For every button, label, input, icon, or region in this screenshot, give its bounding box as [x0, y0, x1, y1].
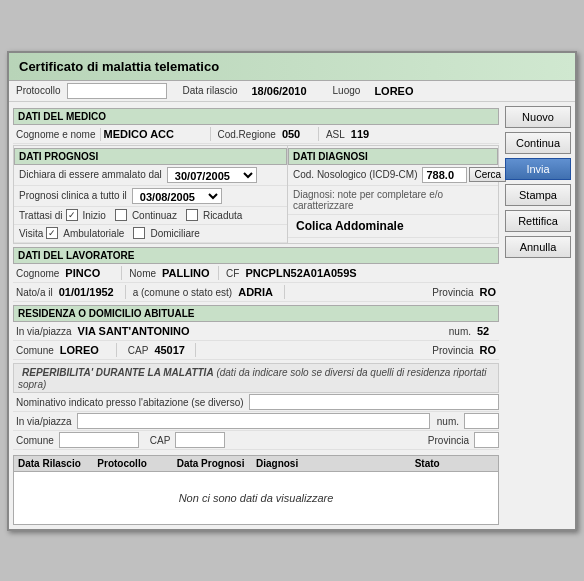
continuaz-checkbox[interactable] — [115, 209, 127, 221]
via-label: In via/piazza — [13, 325, 75, 338]
comune-lav-value: ADRIA — [235, 285, 285, 299]
lavoratore-row2: Nato/a il 01/01/1952 a (comune o stato e… — [13, 284, 499, 302]
nominativo-input[interactable] — [249, 394, 499, 410]
ricaduta-checkbox[interactable] — [186, 209, 198, 221]
prognosi-diagnosi-area: DATI PROGNOSI Dichiara di essere ammalat… — [13, 145, 499, 244]
rep-comune-row: Comune CAP Provincia — [13, 432, 499, 450]
col-data-rilascio: Data Rilascio — [18, 458, 97, 469]
rep-comune-input[interactable] — [59, 432, 139, 448]
section-lavoratore: DATI DEL LAVORATORE — [13, 247, 499, 264]
ambulatoriale-checkbox[interactable] — [46, 227, 58, 239]
trattasi-label: Trattasi di — [16, 209, 66, 222]
inizio-checkbox[interactable] — [66, 209, 78, 221]
provincia-lav-label: Provincia — [429, 286, 476, 299]
comune-lav-label: a (comune o stato est) — [130, 286, 236, 299]
cod-nosologico-label: Cod. Nosologico (ICD9-CM) — [290, 168, 420, 181]
continuaz-label: Continuaz — [129, 209, 180, 222]
ambulatoriale-check-item[interactable]: Ambulatoriale — [46, 227, 127, 240]
data-rilascio-value: 18/06/2010 — [249, 84, 310, 98]
nominativo-row: Nominativo indicato presso l'abitazione … — [13, 394, 499, 412]
title-bar: Certificato di malattia telematico — [9, 53, 575, 81]
nuovo-button[interactable]: Nuovo — [505, 106, 571, 128]
cerca-button[interactable]: Cerca — [469, 167, 506, 182]
annulla-button[interactable]: Annulla — [505, 236, 571, 258]
dichiara-select[interactable]: 30/07/2005 — [167, 167, 257, 183]
asl-value: 119 — [348, 127, 372, 141]
data-rilascio-label: Data rilascio — [179, 84, 240, 97]
cf-label: CF — [223, 267, 242, 280]
col-data-prognosi: Data Prognosi — [177, 458, 256, 469]
domiciliare-label: Domiciliare — [147, 227, 202, 240]
cognome-nome-label: Cognome e nome — [13, 128, 101, 141]
diagnosi-panel: DATI DIAGNOSI Cod. Nosologico (ICD9-CM) … — [288, 146, 498, 243]
provincia-res-label: Provincia — [429, 344, 476, 357]
rep-via-input[interactable] — [77, 413, 430, 429]
prognosi-row: Prognosi clinica a tutto il 03/08/2005 — [14, 186, 287, 207]
col-protocollo: Protocollo — [97, 458, 176, 469]
luogo-label: Luogo — [330, 84, 364, 97]
via-value: VIA SANT'ANTONINO — [75, 324, 446, 338]
domiciliare-checkbox[interactable] — [133, 227, 145, 239]
prognosi-select[interactable]: 03/08/2005 — [132, 188, 222, 204]
form-area: DATI DEL MEDICO Cognome e nome MEDICO AC… — [9, 102, 503, 529]
ricaduta-check-item[interactable]: Ricaduta — [186, 209, 245, 222]
num-value: 52 — [474, 324, 499, 338]
cod-nosologico-input[interactable] — [422, 167, 467, 183]
domiciliare-check-item[interactable]: Domiciliare — [133, 227, 202, 240]
section-residenza: RESIDENZA O DOMICILIO ABITUALE — [13, 305, 499, 322]
cap-res-label: CAP — [125, 344, 152, 357]
rettifica-button[interactable]: Rettifica — [505, 210, 571, 232]
table-header: Data Rilascio Protocollo Data Prognosi D… — [14, 456, 498, 472]
nome-lav-label: Nome — [126, 267, 159, 280]
provincia-lav-value: RO — [477, 285, 500, 299]
dichiara-label: Dichiara di essere ammalato dal — [16, 168, 165, 181]
stampa-button[interactable]: Stampa — [505, 184, 571, 206]
main-window: Certificato di malattia telematico Proto… — [7, 51, 577, 531]
ambulatoriale-label: Ambulatoriale — [60, 227, 127, 240]
section-prognosi: DATI PROGNOSI — [14, 148, 287, 165]
protocollo-label: Protocollo — [13, 84, 63, 97]
rep-num-label: num. — [434, 415, 462, 428]
nome-lav-value: PALLINO — [159, 266, 219, 280]
buttons-area: Nuovo Continua Invia Stampa Rettifica An… — [503, 102, 575, 529]
rep-num-input[interactable] — [464, 413, 499, 429]
num-label: num. — [446, 325, 474, 338]
content-area: DATI DEL MEDICO Cognome e nome MEDICO AC… — [9, 102, 575, 529]
comune-row: Comune LOREO CAP 45017 Provincia RO — [13, 342, 499, 360]
prognosi-label: Prognosi clinica a tutto il — [16, 189, 130, 202]
nato-label: Nato/a il — [13, 286, 56, 299]
invia-button[interactable]: Invia — [505, 158, 571, 180]
continuaz-check-item[interactable]: Continuaz — [115, 209, 180, 222]
rep-cap-input[interactable] — [175, 432, 225, 448]
window-title: Certificato di malattia telematico — [19, 59, 219, 74]
table-empty: Non ci sono dati da visualizzare — [14, 472, 498, 524]
nominativo-label: Nominativo indicato presso l'abitazione … — [13, 396, 247, 409]
prognosi-panel: DATI PROGNOSI Dichiara di essere ammalat… — [14, 146, 288, 243]
diagnosi-note-row: Diagnosi: note per completare e/o caratt… — [288, 186, 498, 215]
medico-row: Cognome e nome MEDICO ACC Cod.Regione 05… — [13, 126, 499, 144]
inizio-check-item[interactable]: Inizio — [66, 209, 109, 222]
cognome-lav-label: Cognome — [13, 267, 62, 280]
reperibilita-label: REPERIBILITA' DURANTE LA MALATTIA (dati … — [18, 365, 487, 392]
rep-cap-label: CAP — [147, 434, 174, 447]
cod-regione-value: 050 — [279, 127, 319, 141]
continua-button[interactable]: Continua — [505, 132, 571, 154]
col-stato: Stato — [415, 458, 494, 469]
cod-regione-label: Cod.Regione — [215, 128, 279, 141]
asl-label: ASL — [323, 128, 348, 141]
dichiara-row: Dichiara di essere ammalato dal 30/07/20… — [14, 165, 287, 186]
section-diagnosi: DATI DIAGNOSI — [288, 148, 498, 165]
history-table: Data Rilascio Protocollo Data Prognosi D… — [13, 455, 499, 525]
cognome-nome-value: MEDICO ACC — [101, 127, 211, 141]
section-dati-medico: DATI DEL MEDICO — [13, 108, 499, 125]
cod-nosologico-row: Cod. Nosologico (ICD9-CM) Cerca — [288, 165, 498, 186]
cap-res-value: 45017 — [151, 343, 196, 357]
ricaduta-label: Ricaduta — [200, 209, 245, 222]
diagnosi-value: Colica Addominale — [292, 217, 408, 235]
rep-provincia-input[interactable] — [474, 432, 499, 448]
provincia-res-value: RO — [477, 343, 500, 357]
comune-res-value: LOREO — [57, 343, 117, 357]
rep-via-label: In via/piazza — [13, 415, 75, 428]
header-row: Protocollo Data rilascio 18/06/2010 Luog… — [9, 81, 575, 102]
protocollo-input[interactable] — [67, 83, 167, 99]
